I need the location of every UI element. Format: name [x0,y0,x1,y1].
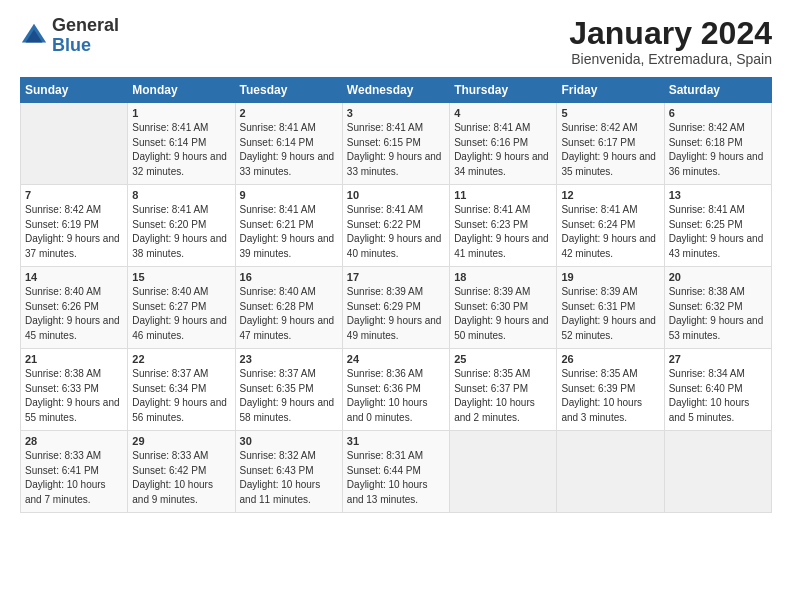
day-header-sunday: Sunday [21,78,128,103]
day-number: 28 [25,435,123,447]
calendar-cell [557,431,664,513]
day-number: 8 [132,189,230,201]
calendar-cell: 1Sunrise: 8:41 AMSunset: 6:14 PMDaylight… [128,103,235,185]
day-detail: Sunrise: 8:32 AMSunset: 6:43 PMDaylight:… [240,449,338,507]
calendar-body: 1Sunrise: 8:41 AMSunset: 6:14 PMDaylight… [21,103,772,513]
day-number: 30 [240,435,338,447]
day-header-row: SundayMondayTuesdayWednesdayThursdayFrid… [21,78,772,103]
day-number: 25 [454,353,552,365]
day-header-saturday: Saturday [664,78,771,103]
day-detail: Sunrise: 8:39 AMSunset: 6:29 PMDaylight:… [347,285,445,343]
calendar-cell: 16Sunrise: 8:40 AMSunset: 6:28 PMDayligh… [235,267,342,349]
day-number: 23 [240,353,338,365]
calendar-cell: 7Sunrise: 8:42 AMSunset: 6:19 PMDaylight… [21,185,128,267]
calendar-cell: 6Sunrise: 8:42 AMSunset: 6:18 PMDaylight… [664,103,771,185]
day-detail: Sunrise: 8:40 AMSunset: 6:28 PMDaylight:… [240,285,338,343]
day-number: 13 [669,189,767,201]
day-number: 7 [25,189,123,201]
day-number: 24 [347,353,445,365]
day-detail: Sunrise: 8:41 AMSunset: 6:16 PMDaylight:… [454,121,552,179]
calendar-cell: 26Sunrise: 8:35 AMSunset: 6:39 PMDayligh… [557,349,664,431]
day-header-wednesday: Wednesday [342,78,449,103]
day-detail: Sunrise: 8:41 AMSunset: 6:24 PMDaylight:… [561,203,659,261]
day-detail: Sunrise: 8:40 AMSunset: 6:27 PMDaylight:… [132,285,230,343]
calendar-table: SundayMondayTuesdayWednesdayThursdayFrid… [20,77,772,513]
calendar-cell: 24Sunrise: 8:36 AMSunset: 6:36 PMDayligh… [342,349,449,431]
calendar-cell: 19Sunrise: 8:39 AMSunset: 6:31 PMDayligh… [557,267,664,349]
calendar-cell: 18Sunrise: 8:39 AMSunset: 6:30 PMDayligh… [450,267,557,349]
location-subtitle: Bienvenida, Extremadura, Spain [569,51,772,67]
day-number: 16 [240,271,338,283]
calendar-page: General Blue January 2024 Bienvenida, Ex… [0,0,792,612]
day-number: 12 [561,189,659,201]
header: General Blue January 2024 Bienvenida, Ex… [20,16,772,67]
day-header-tuesday: Tuesday [235,78,342,103]
calendar-cell: 8Sunrise: 8:41 AMSunset: 6:20 PMDaylight… [128,185,235,267]
day-detail: Sunrise: 8:35 AMSunset: 6:39 PMDaylight:… [561,367,659,425]
calendar-cell: 20Sunrise: 8:38 AMSunset: 6:32 PMDayligh… [664,267,771,349]
calendar-cell: 17Sunrise: 8:39 AMSunset: 6:29 PMDayligh… [342,267,449,349]
calendar-cell: 11Sunrise: 8:41 AMSunset: 6:23 PMDayligh… [450,185,557,267]
day-detail: Sunrise: 8:41 AMSunset: 6:14 PMDaylight:… [132,121,230,179]
calendar-cell: 5Sunrise: 8:42 AMSunset: 6:17 PMDaylight… [557,103,664,185]
calendar-cell: 9Sunrise: 8:41 AMSunset: 6:21 PMDaylight… [235,185,342,267]
day-number: 11 [454,189,552,201]
day-number: 6 [669,107,767,119]
month-title: January 2024 [569,16,772,51]
day-detail: Sunrise: 8:39 AMSunset: 6:30 PMDaylight:… [454,285,552,343]
calendar-week-row: 1Sunrise: 8:41 AMSunset: 6:14 PMDaylight… [21,103,772,185]
calendar-cell: 12Sunrise: 8:41 AMSunset: 6:24 PMDayligh… [557,185,664,267]
day-detail: Sunrise: 8:41 AMSunset: 6:21 PMDaylight:… [240,203,338,261]
day-detail: Sunrise: 8:31 AMSunset: 6:44 PMDaylight:… [347,449,445,507]
day-detail: Sunrise: 8:41 AMSunset: 6:20 PMDaylight:… [132,203,230,261]
day-detail: Sunrise: 8:37 AMSunset: 6:35 PMDaylight:… [240,367,338,425]
logo-blue-text: Blue [52,35,91,55]
calendar-week-row: 7Sunrise: 8:42 AMSunset: 6:19 PMDaylight… [21,185,772,267]
calendar-week-row: 21Sunrise: 8:38 AMSunset: 6:33 PMDayligh… [21,349,772,431]
calendar-cell: 28Sunrise: 8:33 AMSunset: 6:41 PMDayligh… [21,431,128,513]
day-detail: Sunrise: 8:42 AMSunset: 6:18 PMDaylight:… [669,121,767,179]
calendar-cell: 31Sunrise: 8:31 AMSunset: 6:44 PMDayligh… [342,431,449,513]
title-block: January 2024 Bienvenida, Extremadura, Sp… [569,16,772,67]
calendar-cell: 25Sunrise: 8:35 AMSunset: 6:37 PMDayligh… [450,349,557,431]
calendar-week-row: 28Sunrise: 8:33 AMSunset: 6:41 PMDayligh… [21,431,772,513]
day-number: 3 [347,107,445,119]
day-number: 22 [132,353,230,365]
calendar-cell: 10Sunrise: 8:41 AMSunset: 6:22 PMDayligh… [342,185,449,267]
day-detail: Sunrise: 8:34 AMSunset: 6:40 PMDaylight:… [669,367,767,425]
day-number: 18 [454,271,552,283]
day-number: 10 [347,189,445,201]
calendar-cell: 29Sunrise: 8:33 AMSunset: 6:42 PMDayligh… [128,431,235,513]
day-number: 14 [25,271,123,283]
day-detail: Sunrise: 8:41 AMSunset: 6:14 PMDaylight:… [240,121,338,179]
day-number: 29 [132,435,230,447]
calendar-cell: 21Sunrise: 8:38 AMSunset: 6:33 PMDayligh… [21,349,128,431]
calendar-cell: 27Sunrise: 8:34 AMSunset: 6:40 PMDayligh… [664,349,771,431]
calendar-cell: 2Sunrise: 8:41 AMSunset: 6:14 PMDaylight… [235,103,342,185]
day-detail: Sunrise: 8:39 AMSunset: 6:31 PMDaylight:… [561,285,659,343]
day-detail: Sunrise: 8:41 AMSunset: 6:15 PMDaylight:… [347,121,445,179]
day-detail: Sunrise: 8:41 AMSunset: 6:23 PMDaylight:… [454,203,552,261]
day-detail: Sunrise: 8:38 AMSunset: 6:32 PMDaylight:… [669,285,767,343]
day-detail: Sunrise: 8:33 AMSunset: 6:41 PMDaylight:… [25,449,123,507]
calendar-cell [450,431,557,513]
day-detail: Sunrise: 8:36 AMSunset: 6:36 PMDaylight:… [347,367,445,425]
day-detail: Sunrise: 8:42 AMSunset: 6:17 PMDaylight:… [561,121,659,179]
logo: General Blue [20,16,119,56]
day-number: 27 [669,353,767,365]
day-detail: Sunrise: 8:41 AMSunset: 6:25 PMDaylight:… [669,203,767,261]
day-detail: Sunrise: 8:38 AMSunset: 6:33 PMDaylight:… [25,367,123,425]
day-number: 21 [25,353,123,365]
calendar-cell: 14Sunrise: 8:40 AMSunset: 6:26 PMDayligh… [21,267,128,349]
day-detail: Sunrise: 8:42 AMSunset: 6:19 PMDaylight:… [25,203,123,261]
day-number: 4 [454,107,552,119]
day-number: 9 [240,189,338,201]
calendar-header: SundayMondayTuesdayWednesdayThursdayFrid… [21,78,772,103]
day-header-monday: Monday [128,78,235,103]
calendar-week-row: 14Sunrise: 8:40 AMSunset: 6:26 PMDayligh… [21,267,772,349]
day-number: 1 [132,107,230,119]
day-detail: Sunrise: 8:35 AMSunset: 6:37 PMDaylight:… [454,367,552,425]
day-number: 20 [669,271,767,283]
logo-general-text: General [52,15,119,35]
day-number: 31 [347,435,445,447]
